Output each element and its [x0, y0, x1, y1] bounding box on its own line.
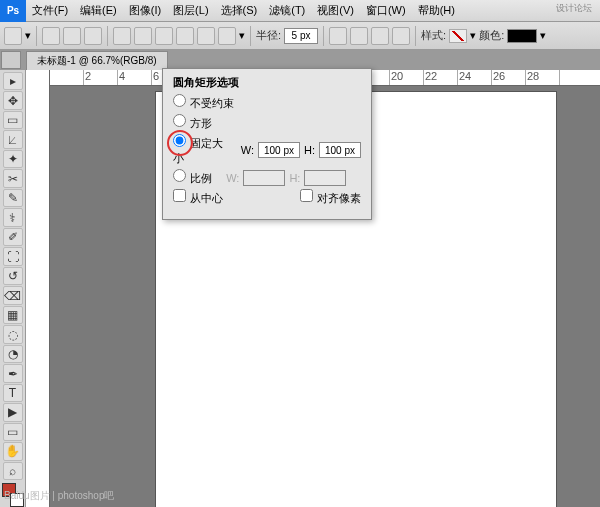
blur-tool-icon[interactable]: ◌	[3, 325, 23, 343]
custom-shape-icon[interactable]	[218, 27, 236, 45]
gradient-tool-icon[interactable]: ▦	[3, 306, 23, 324]
dropdown-icon[interactable]: ▾	[540, 29, 546, 42]
dropdown-icon[interactable]: ▾	[470, 29, 476, 42]
marquee-tool-icon[interactable]: ▭	[3, 111, 23, 129]
option-square[interactable]: 方形	[173, 114, 212, 131]
dropdown-icon[interactable]: ▾	[25, 29, 31, 42]
menu-help[interactable]: 帮助(H)	[412, 3, 461, 18]
wand-tool-icon[interactable]: ✦	[3, 150, 23, 168]
width-label-disabled: W:	[226, 172, 239, 184]
heal-tool-icon[interactable]: ⚕	[3, 208, 23, 226]
lasso-tool-icon[interactable]: ⟀	[3, 130, 23, 148]
line-shape-icon[interactable]	[197, 27, 215, 45]
vertical-ruler	[26, 70, 50, 507]
eraser-tool-icon[interactable]: ⌫	[3, 286, 23, 304]
type-tool-icon[interactable]: T	[3, 384, 23, 402]
separator-icon	[250, 26, 251, 46]
crop-tool-icon[interactable]: ✂	[3, 169, 23, 187]
brush-tool-icon[interactable]: ✐	[3, 228, 23, 246]
menu-view[interactable]: 视图(V)	[311, 3, 360, 18]
menu-layer[interactable]: 图层(L)	[167, 3, 214, 18]
options-bar: ▾ ▾ 半径: 样式: ▾ 颜色: ▾	[0, 22, 600, 50]
shape-options-popup: 圆角矩形选项 不受约束 方形 固定大小 W: H: 比例 W: H: 从中心 对…	[162, 68, 372, 220]
pen-tool-icon[interactable]: ✒	[3, 364, 23, 382]
width-label: W:	[241, 144, 254, 156]
radius-input[interactable]	[284, 28, 318, 44]
ellipse-shape-icon[interactable]	[155, 27, 173, 45]
combine-intersect-icon[interactable]	[371, 27, 389, 45]
menu-bar: Ps 文件(F) 编辑(E) 图像(I) 图层(L) 选择(S) 滤镜(T) 视…	[0, 0, 600, 22]
document-tab-bar: 未标题-1 @ 66.7%(RGB/8)	[0, 50, 600, 70]
style-none-icon[interactable]	[449, 29, 467, 43]
height-label: H:	[304, 144, 315, 156]
combine-add-icon[interactable]	[329, 27, 347, 45]
history-brush-tool-icon[interactable]: ↺	[3, 267, 23, 285]
fill-mode-icon[interactable]	[84, 27, 102, 45]
hand-tool-icon[interactable]: ✋	[3, 442, 23, 460]
collapse-icon[interactable]	[1, 51, 21, 69]
path-select-tool-icon[interactable]: ▶	[3, 403, 23, 421]
checkbox-from-center[interactable]: 从中心	[173, 189, 223, 206]
option-proportional[interactable]: 比例	[173, 169, 212, 186]
width-input[interactable]	[258, 142, 300, 158]
ratio-w-input	[243, 170, 285, 186]
dodge-tool-icon[interactable]: ◔	[3, 345, 23, 363]
handle-icon[interactable]: ▸	[3, 72, 23, 90]
shape-tool-preset-icon[interactable]	[4, 27, 22, 45]
menu-select[interactable]: 选择(S)	[215, 3, 264, 18]
separator-icon	[107, 26, 108, 46]
shape-mode-icon[interactable]	[42, 27, 60, 45]
color-label: 颜色:	[479, 28, 504, 43]
app-logo: Ps	[0, 0, 26, 22]
stamp-tool-icon[interactable]: ⛶	[3, 247, 23, 265]
roundrect-shape-icon[interactable]	[134, 27, 152, 45]
separator-icon	[323, 26, 324, 46]
combine-exclude-icon[interactable]	[392, 27, 410, 45]
dropdown-icon[interactable]: ▾	[239, 29, 245, 42]
separator-icon	[36, 26, 37, 46]
ratio-h-input	[304, 170, 346, 186]
height-input[interactable]	[319, 142, 361, 158]
color-swatch[interactable]	[507, 29, 537, 43]
style-label: 样式:	[421, 28, 446, 43]
path-mode-icon[interactable]	[63, 27, 81, 45]
shape-tool-icon[interactable]: ▭	[3, 423, 23, 441]
toolbox: ▸ ✥ ▭ ⟀ ✦ ✂ ✎ ⚕ ✐ ⛶ ↺ ⌫ ▦ ◌ ◔ ✒ T ▶ ▭ ✋ …	[0, 70, 26, 507]
menu-window[interactable]: 窗口(W)	[360, 3, 412, 18]
checkbox-snap-pixels[interactable]: 对齐像素	[300, 189, 361, 206]
move-tool-icon[interactable]: ✥	[3, 91, 23, 109]
option-fixed-size[interactable]: 固定大小	[173, 134, 227, 166]
eyedropper-tool-icon[interactable]: ✎	[3, 189, 23, 207]
watermark-bottom: Baidu图片 | photoshop吧	[4, 489, 114, 503]
menu-image[interactable]: 图像(I)	[123, 3, 167, 18]
menu-file[interactable]: 文件(F)	[26, 3, 74, 18]
radius-label: 半径:	[256, 28, 281, 43]
separator-icon	[415, 26, 416, 46]
menu-edit[interactable]: 编辑(E)	[74, 3, 123, 18]
menu-filter[interactable]: 滤镜(T)	[263, 3, 311, 18]
combine-subtract-icon[interactable]	[350, 27, 368, 45]
rect-shape-icon[interactable]	[113, 27, 131, 45]
watermark-top: 设计论坛	[556, 2, 592, 15]
document-tab[interactable]: 未标题-1 @ 66.7%(RGB/8)	[26, 51, 168, 70]
option-unconstrained[interactable]: 不受约束	[173, 94, 234, 111]
popup-title: 圆角矩形选项	[173, 75, 361, 90]
height-label-disabled: H:	[289, 172, 300, 184]
zoom-tool-icon[interactable]: ⌕	[3, 462, 23, 480]
polygon-shape-icon[interactable]	[176, 27, 194, 45]
